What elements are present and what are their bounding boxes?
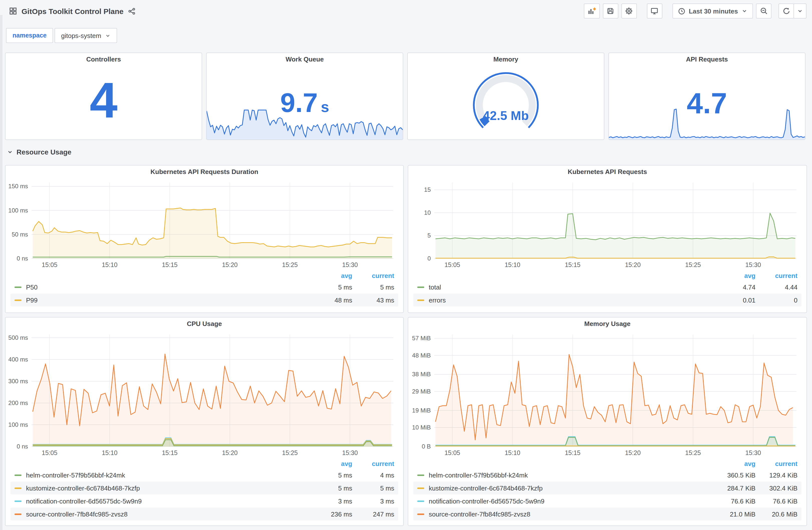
legend-series-name[interactable]: notification-controller-6d56575dc-5w9n9 [429,497,721,505]
legend-row-errors[interactable]: errors0.010 [413,294,801,307]
legend-row-helm-controller-57f9b56bbf-k24mk[interactable]: helm-controller-57f9b56bbf-k24mk360.5 Ki… [413,469,801,482]
stat-value-api-requests: 4.7 [609,87,805,120]
svg-text:150 ms: 150 ms [9,183,28,190]
legend-current-value: 247 ms [352,510,394,518]
chart-k8s-api-requests-duration[interactable]: 15:0515:1015:1515:2015:2515:300 ns50 ms1… [9,178,398,269]
legend-header: avgcurrent [413,458,801,469]
variable-value-dropdown[interactable]: gitops-system [55,28,117,43]
series-color-dash [417,299,424,301]
legend-series-name[interactable]: notification-controller-6d56575dc-5w9n9 [26,497,317,505]
panel-title[interactable]: Memory [408,53,604,66]
panel-title[interactable]: Kubernetes API Requests [408,165,807,178]
variable-label-namespace[interactable]: namespace [6,28,53,43]
panel-api-requests: API Requests 4.7 [608,53,806,140]
legend-series-name[interactable]: kustomize-controller-6c6784b468-7kzfp [429,484,721,492]
refresh-button[interactable] [779,3,794,18]
dashboard-title: GitOps Toolkit Control Plane [21,7,124,15]
series-color-dash [15,513,21,515]
row-title: Resource Usage [16,148,71,156]
zoom-out-button[interactable] [756,3,771,18]
legend-header: avgcurrent [11,270,398,280]
legend-series-name[interactable]: source-controller-7fb84fc985-zvsz8 [26,510,317,518]
row-resource-usage[interactable]: Resource Usage [7,148,71,156]
panel-title[interactable]: Kubernetes API Requests Duration [5,165,403,178]
series-color-dash [417,513,424,515]
panel-controllers: Controllers 4 [5,53,202,140]
svg-text:15:05: 15:05 [42,449,58,456]
legend-row-notification-controller-6d56575dc-5w9n9[interactable]: notification-controller-6d56575dc-5w9n93… [11,495,398,507]
legend: avgcurrenthelm-controller-57f9b56bbf-k24… [5,457,403,520]
svg-text:200 ms: 200 ms [9,399,28,406]
legend-row-helm-controller-57f9b56bbf-k24mk[interactable]: helm-controller-57f9b56bbf-k24mk5 ms4 ms [11,469,398,482]
legend-header-avg: avg [721,272,755,279]
svg-text:15:10: 15:10 [505,449,520,456]
legend: avgcurrentP505 ms5 msP9948 ms43 ms [5,269,403,307]
side-strip [0,15,2,530]
legend-series-name[interactable]: source-controller-7fb84fc985-zvsz8 [429,510,721,518]
chevron-down-icon [797,8,803,14]
panel-title[interactable]: Work Queue [207,53,403,66]
legend-row-source-controller-7fb84fc985-zvsz8[interactable]: source-controller-7fb84fc985-zvsz8236 ms… [11,507,398,520]
panel-title[interactable]: Memory Usage [408,318,807,330]
panel-memory-usage: Memory Usage 15:0515:1015:1515:2015:2515… [408,317,807,526]
grafana-dashboard: GitOps Toolkit Control Plane [0,0,812,530]
legend-series-name[interactable]: P99 [26,296,317,304]
legend-series-name[interactable]: kustomize-controller-6c6784b468-7kzfp [26,484,317,492]
legend-series-name[interactable]: helm-controller-57f9b56bbf-k24mk [26,471,317,479]
stat-value-controllers: 4 [5,72,202,129]
chart-k8s-api-requests[interactable]: 15:0515:1015:1515:2015:2515:30051015 [411,178,801,269]
legend-avg-value: 5 ms [317,283,352,291]
legend-row-notification-controller-6d56575dc-5w9n9[interactable]: notification-controller-6d56575dc-5w9n97… [413,495,801,507]
chart-memory-usage[interactable]: 15:0515:1015:1515:2015:2515:300 B10 MiB1… [411,330,801,457]
svg-text:50 ms: 50 ms [12,231,28,238]
refresh-interval-button[interactable] [794,3,807,18]
legend-series-name[interactable]: total [429,283,721,291]
legend-header-current: current [755,272,797,279]
legend-header-current: current [352,272,394,279]
svg-text:15:15: 15:15 [162,261,178,268]
svg-text:38 MiB: 38 MiB [412,371,431,378]
svg-text:500 ms: 500 ms [9,334,28,341]
legend-row-total[interactable]: total4.744.44 [413,280,801,294]
legend-row-kustomize-controller-6c6784b468-7kzfp[interactable]: kustomize-controller-6c6784b468-7kzfp5 m… [11,482,398,495]
svg-text:0 ns: 0 ns [17,255,28,262]
legend-avg-value: 48 ms [317,296,352,304]
chevron-down-icon [7,149,13,155]
legend-header: avgcurrent [413,270,801,280]
cycle-view-button[interactable] [647,3,662,18]
refresh-icon [782,7,790,15]
legend-row-source-controller-7fb84fc985-zvsz8[interactable]: source-controller-7fb84fc985-zvsz821.0 M… [413,507,801,520]
svg-text:400 ms: 400 ms [9,356,28,363]
panel-cpu-usage: CPU Usage 15:0515:1015:1515:2015:2515:30… [5,317,404,526]
legend-series-name[interactable]: errors [429,296,721,304]
legend-row-P50[interactable]: P505 ms5 ms [11,280,398,294]
dashboard-settings-button[interactable] [621,3,637,18]
dashboard-icon [9,7,17,15]
chart-cpu-usage[interactable]: 15:0515:1015:1515:2015:2515:300 ns100 ms… [9,330,398,457]
svg-text:100 ms: 100 ms [9,421,28,428]
panel-title[interactable]: API Requests [609,53,805,66]
share-icon[interactable] [128,7,135,15]
save-icon [606,7,614,15]
time-range-label: Last 30 minutes [689,7,738,15]
add-panel-icon [587,7,596,15]
panel-title[interactable]: CPU Usage [5,318,403,330]
legend-row-P99[interactable]: P9948 ms43 ms [11,294,398,307]
time-range-picker[interactable]: Last 30 minutes [672,3,753,18]
series-color-dash [15,487,21,489]
legend-header-current: current [755,460,797,467]
series-color-dash [417,500,424,502]
svg-text:15:20: 15:20 [625,449,641,456]
panel-title[interactable]: Controllers [5,53,202,66]
save-dashboard-button[interactable] [603,3,618,18]
refresh-split-button [779,3,807,18]
legend-series-name[interactable]: helm-controller-57f9b56bbf-k24mk [429,471,721,479]
legend-series-name[interactable]: P50 [26,283,317,291]
svg-text:15:25: 15:25 [282,261,298,268]
gear-icon [625,7,633,15]
svg-text:29 MiB: 29 MiB [412,388,431,395]
svg-text:19 MiB: 19 MiB [412,407,431,414]
legend-row-kustomize-controller-6c6784b468-7kzfp[interactable]: kustomize-controller-6c6784b468-7kzfp284… [413,482,801,495]
add-panel-button[interactable] [584,3,600,18]
clock-icon [678,7,685,15]
